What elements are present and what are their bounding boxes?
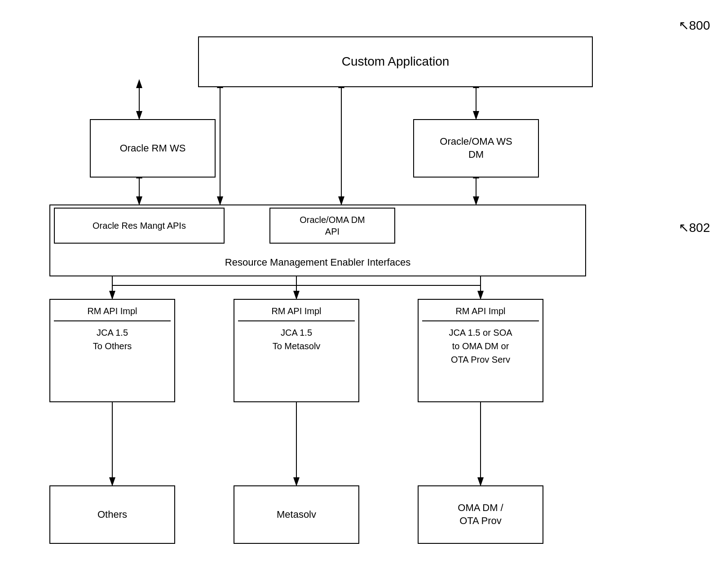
oracle-res-mangt-label: Oracle Res Mangt APIs: [93, 220, 186, 231]
resource-mgmt-enabler-label: Resource Management Enabler Interfaces: [50, 256, 585, 272]
oracle-oma-ws-dm-label: Oracle/OMA WSDM: [440, 135, 512, 161]
others-label: Others: [97, 508, 127, 521]
oracle-rm-ws-box: Oracle RM WS: [90, 119, 216, 178]
custom-application-box: Custom Application: [198, 36, 593, 87]
oracle-rm-ws-label: Oracle RM WS: [120, 142, 186, 155]
others-box: Others: [49, 485, 175, 544]
oracle-oma-ws-dm-box: Oracle/OMA WSDM: [413, 119, 539, 178]
oracle-oma-dm-api-box: Oracle/OMA DMAPI: [269, 208, 395, 244]
rm-api-impl-3-content: JCA 1.5 or SOAto OMA DM orOTA Prov Serv: [449, 326, 512, 366]
metasolv-box: Metasolv: [234, 485, 359, 544]
rm-api-impl-3-box: RM API Impl JCA 1.5 or SOAto OMA DM orOT…: [418, 299, 543, 402]
rm-api-impl-2-box: RM API Impl JCA 1.5To Metasolv: [234, 299, 359, 402]
oracle-res-mangt-box: Oracle Res Mangt APIs: [54, 208, 225, 244]
oracle-oma-dm-api-label: Oracle/OMA DMAPI: [300, 214, 365, 237]
rm-api-impl-2-header: RM API Impl: [238, 305, 355, 321]
rm-api-impl-1-box: RM API Impl JCA 1.5To Others: [49, 299, 175, 402]
rm-api-impl-1-content: JCA 1.5To Others: [93, 326, 132, 353]
label-800: ↖800: [679, 18, 710, 33]
rm-api-impl-3-header: RM API Impl: [422, 305, 539, 321]
metasolv-label: Metasolv: [277, 508, 316, 521]
oma-dm-ota-prov-label: OMA DM /OTA Prov: [458, 502, 503, 527]
oma-dm-ota-prov-box: OMA DM /OTA Prov: [418, 485, 543, 544]
diagram: Custom Application Oracle RM WS Oracle/O…: [0, 0, 728, 569]
rm-api-impl-2-content: JCA 1.5To Metasolv: [273, 326, 321, 353]
custom-application-label: Custom Application: [342, 53, 450, 70]
rm-api-impl-1-header: RM API Impl: [54, 305, 171, 321]
label-802: ↖802: [679, 220, 710, 235]
